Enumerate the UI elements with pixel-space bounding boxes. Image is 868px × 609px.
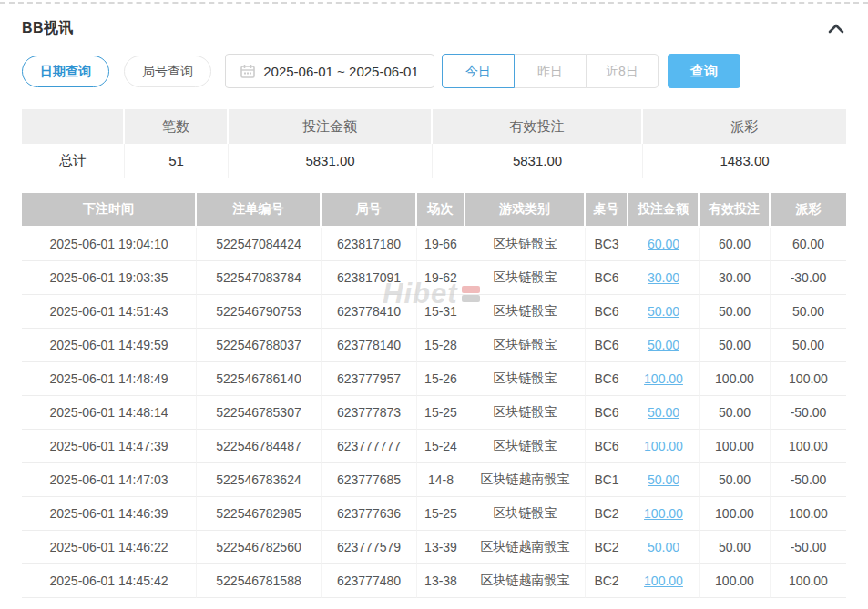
cell-round-id: 623777957: [322, 362, 417, 396]
bet-amount-link[interactable]: 60.00: [648, 237, 679, 251]
bet-amount-link[interactable]: 30.00: [648, 270, 679, 285]
cell-bet-amount: 100.00: [628, 564, 700, 598]
cell-bet-id: 522547084424: [197, 228, 322, 261]
date-query-tab[interactable]: 日期查询: [22, 56, 109, 87]
cell-payout: 50.00: [771, 329, 846, 362]
cell-bet-amount: 100.00: [628, 497, 700, 531]
cell-bet-amount: 100.00: [628, 362, 700, 396]
date-range-value: 2025-06-01 ~ 2025-06-01: [263, 64, 419, 79]
cell-round-id: 623817091: [322, 261, 417, 295]
cell-game-type: 区块链骰宝: [465, 396, 586, 430]
cell-session: 15-24: [417, 430, 465, 463]
cell-valid-bet: 50.00: [700, 463, 771, 497]
date-range-picker[interactable]: 2025-06-01 ~ 2025-06-01: [225, 54, 434, 88]
collapse-button[interactable]: [826, 22, 846, 36]
summary-row: 总计 51 5831.00 5831.00 1483.00: [22, 144, 846, 178]
bet-amount-link[interactable]: 100.00: [644, 573, 683, 588]
cell-valid-bet: 100.00: [700, 497, 771, 531]
last8days-button[interactable]: 近8日: [586, 54, 659, 88]
cell-table-no: BC6: [586, 261, 628, 295]
cell-bet-id: 522546781588: [197, 564, 322, 598]
cell-payout: 100.00: [771, 430, 846, 463]
cell-game-type: 区块链骰宝: [465, 430, 586, 463]
cell-game-type: 区块链骰宝: [465, 497, 586, 531]
cell-bet-amount: 60.00: [628, 228, 700, 261]
summary-header-payout: 派彩: [643, 109, 846, 144]
cell-bet-amount: 50.00: [628, 531, 700, 564]
summary-bet-amount: 5831.00: [229, 144, 433, 178]
top-divider: [0, 2, 868, 4]
today-button[interactable]: 今日: [442, 54, 515, 88]
bet-amount-link[interactable]: 50.00: [648, 338, 679, 352]
table-row: 2025-06-01 19:04:10522547084424623817180…: [22, 228, 846, 261]
cell-session: 14-8: [417, 463, 465, 497]
cell-bet-time: 2025-06-01 14:47:03: [22, 463, 197, 497]
cell-bet-time: 2025-06-01 14:46:22: [22, 531, 197, 564]
col-header-table-no: 桌号: [586, 193, 628, 228]
cell-table-no: BC2: [586, 564, 628, 598]
col-header-bet-time: 下注时间: [22, 193, 197, 228]
cell-bet-time: 2025-06-01 19:03:35: [22, 261, 197, 295]
cell-payout: 100.00: [771, 497, 846, 531]
table-row: 2025-06-01 14:48:14522546785307623777873…: [22, 396, 846, 430]
cell-session: 13-38: [417, 564, 465, 598]
cell-bet-id: 522546782560: [197, 531, 322, 564]
cell-round-id: 623777777: [322, 430, 417, 463]
round-query-tab[interactable]: 局号查询: [124, 56, 211, 87]
quick-range-group: 今日 昨日 近8日: [442, 54, 659, 88]
bet-amount-link[interactable]: 50.00: [648, 472, 679, 487]
cell-round-id: 623777579: [322, 531, 417, 564]
cell-payout: -50.00: [771, 463, 846, 497]
calendar-icon: [240, 64, 255, 78]
summary-table: 笔数 投注金额 有效投注 派彩 总计 51 5831.00 5831.00 14…: [22, 109, 846, 178]
summary-header-blank: [22, 109, 125, 144]
cell-game-type: 区块链越南骰宝: [465, 531, 586, 564]
table-row: 2025-06-01 14:45:42522546781588623777480…: [22, 564, 846, 598]
cell-payout: 100.00: [771, 362, 846, 396]
cell-bet-id: 522546786140: [197, 362, 322, 396]
cell-bet-time: 2025-06-01 19:04:10: [22, 228, 197, 261]
cell-valid-bet: 50.00: [700, 396, 771, 430]
summary-header-bet-amount: 投注金额: [229, 109, 433, 144]
bet-amount-link[interactable]: 100.00: [644, 439, 683, 453]
summary-header-valid-bet: 有效投注: [433, 109, 643, 144]
cell-round-id: 623817180: [322, 228, 417, 261]
query-toolbar: 日期查询 局号查询 2025-06-01 ~ 2025-06-01 今日 昨日 …: [22, 53, 846, 89]
yesterday-button[interactable]: 昨日: [514, 54, 587, 88]
bet-amount-link[interactable]: 50.00: [648, 540, 679, 554]
cell-session: 19-66: [417, 228, 465, 261]
col-header-round-id: 局号: [322, 193, 417, 228]
cell-valid-bet: 50.00: [700, 531, 771, 564]
bet-amount-link[interactable]: 50.00: [648, 304, 679, 319]
cell-bet-amount: 30.00: [628, 261, 700, 295]
bet-amount-link[interactable]: 50.00: [648, 405, 679, 420]
cell-game-type: 区块链骰宝: [465, 261, 586, 295]
cell-table-no: BC3: [586, 228, 628, 261]
records-table-wrap: 下注时间 注单编号 局号 场次 游戏类别 桌号 投注金额 有效投注 派彩 202…: [22, 193, 846, 598]
cell-payout: -50.00: [771, 531, 846, 564]
cell-valid-bet: 30.00: [700, 261, 771, 295]
table-row: 2025-06-01 14:48:49522546786140623777957…: [22, 362, 846, 396]
chevron-up-icon: [828, 24, 844, 34]
section-header: BB视讯: [0, 19, 868, 38]
search-button[interactable]: 查询: [668, 54, 740, 88]
page-title: BB视讯: [22, 19, 74, 38]
cell-valid-bet: 60.00: [700, 228, 771, 261]
cell-bet-amount: 100.00: [628, 430, 700, 463]
cell-bet-amount: 50.00: [628, 295, 700, 329]
table-row: 2025-06-01 14:47:39522546784487623777777…: [22, 430, 846, 463]
cell-table-no: BC1: [586, 463, 628, 497]
col-header-bet-id: 注单编号: [197, 193, 322, 228]
cell-round-id: 623777873: [322, 396, 417, 430]
cell-session: 13-39: [417, 531, 465, 564]
cell-table-no: BC6: [586, 396, 628, 430]
bet-amount-link[interactable]: 100.00: [644, 371, 683, 386]
cell-bet-time: 2025-06-01 14:47:39: [22, 430, 197, 463]
cell-bet-amount: 50.00: [628, 463, 700, 497]
cell-bet-amount: 50.00: [628, 396, 700, 430]
col-header-game-type: 游戏类别: [465, 193, 586, 228]
col-header-session: 场次: [417, 193, 465, 228]
cell-bet-time: 2025-06-01 14:46:39: [22, 497, 197, 531]
bet-amount-link[interactable]: 100.00: [644, 506, 683, 521]
cell-payout: 100.00: [771, 564, 846, 598]
